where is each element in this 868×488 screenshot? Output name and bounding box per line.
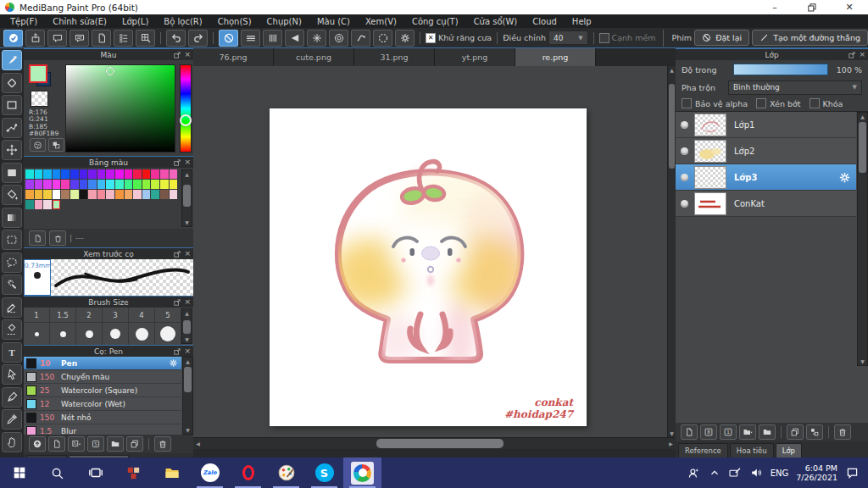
palette-swatch[interactable] bbox=[115, 169, 124, 179]
snap-vanish-button[interactable] bbox=[285, 30, 304, 47]
speaker-icon[interactable] bbox=[749, 466, 763, 480]
restore-button[interactable] bbox=[793, 0, 831, 14]
document-tab-31-png[interactable]: 31.png bbox=[354, 48, 435, 66]
brush-item-pen[interactable]: 10Pen bbox=[24, 357, 181, 370]
hue-marker[interactable] bbox=[180, 114, 192, 126]
palette-swatch[interactable] bbox=[80, 180, 88, 189]
canvas[interactable]: conkat #hoidap247 bbox=[270, 108, 587, 426]
layer-folder-add-button[interactable] bbox=[739, 424, 756, 440]
close-icon[interactable]: × bbox=[184, 298, 191, 306]
language-indicator[interactable]: ENG bbox=[771, 469, 789, 478]
scroll-thumb[interactable] bbox=[669, 84, 675, 169]
palette-swatch[interactable] bbox=[97, 190, 106, 199]
antialias-checkbox[interactable]: ✕ bbox=[426, 33, 436, 43]
saturation-value-picker[interactable] bbox=[65, 64, 175, 152]
brush-size-label[interactable]: 1 bbox=[24, 308, 50, 323]
scroll-thumb[interactable] bbox=[859, 122, 866, 173]
brush-trash-button[interactable] bbox=[154, 436, 171, 452]
palette-swatch[interactable] bbox=[97, 169, 106, 179]
brush-item-chuy-n-m-u[interactable]: 150Chuyển màu bbox=[24, 370, 181, 384]
layer-new-doc-button[interactable] bbox=[681, 424, 698, 440]
scroll-down-icon[interactable]: ▼ bbox=[183, 426, 192, 434]
brush-size-label[interactable]: 1.5 bbox=[50, 308, 76, 323]
brush-size-option[interactable] bbox=[129, 323, 155, 345]
straight-line-button[interactable]: Tạo một đường thẳng bbox=[752, 30, 868, 46]
palette-swatch[interactable] bbox=[53, 200, 61, 209]
palette-swatch[interactable] bbox=[43, 200, 52, 209]
brush-size-option[interactable] bbox=[155, 323, 181, 345]
menu-c-a-s-w[interactable]: Cửa sổ(W) bbox=[466, 17, 526, 26]
scroll-up-icon[interactable]: ▲ bbox=[183, 358, 192, 365]
tab-l-p[interactable]: Lớp bbox=[776, 443, 802, 458]
tab-hoa-ti-u[interactable]: Hoa tiêu bbox=[730, 443, 774, 458]
popout-icon[interactable] bbox=[174, 251, 181, 258]
palette-swatch[interactable] bbox=[88, 190, 97, 199]
brush-script-button[interactable]: S bbox=[87, 436, 104, 452]
brush-tool[interactable] bbox=[2, 50, 22, 70]
palette-swatch[interactable] bbox=[35, 190, 43, 199]
palette-swatch[interactable] bbox=[35, 180, 43, 189]
layer-row-conkat[interactable]: ConKat bbox=[676, 191, 856, 217]
new-swatch-button[interactable] bbox=[29, 230, 46, 246]
canvas-viewport[interactable]: conkat #hoidap247 ▲ ▼ bbox=[193, 66, 676, 437]
palette-swatch[interactable] bbox=[61, 169, 70, 179]
scroll-right-icon[interactable]: ▶ bbox=[666, 441, 676, 446]
taskbar-paint-app-icon[interactable] bbox=[267, 458, 305, 488]
palette-swatch[interactable] bbox=[70, 190, 79, 199]
palette-swatch[interactable] bbox=[53, 169, 61, 179]
operation-tool[interactable] bbox=[2, 364, 22, 385]
palette-swatch[interactable] bbox=[35, 200, 43, 209]
bucket-tool[interactable] bbox=[2, 185, 22, 205]
snap-grid-button[interactable] bbox=[263, 30, 282, 47]
protect-alpha-option[interactable]: Bảo vệ alpha bbox=[682, 98, 748, 108]
document-tab-re-png[interactable]: re.png bbox=[515, 48, 596, 66]
brush-size-label[interactable]: 4 bbox=[129, 308, 155, 323]
eyedropper-tool[interactable] bbox=[2, 409, 22, 430]
palette-swatch[interactable] bbox=[97, 180, 106, 189]
palette-swatch[interactable] bbox=[142, 180, 151, 189]
palette-swatch[interactable] bbox=[80, 190, 88, 199]
blend-dropdown[interactable]: Bình thường ▼ bbox=[728, 80, 862, 95]
soft-edge-checkbox[interactable] bbox=[599, 33, 609, 43]
menu-cloud[interactable]: Cloud bbox=[525, 17, 565, 26]
layer-visibility-dot[interactable] bbox=[681, 147, 688, 155]
grid-edit-button[interactable] bbox=[136, 30, 155, 47]
menu-b-l-c-r[interactable]: Bộ lọc(R) bbox=[156, 17, 209, 26]
layer-duplicate-button[interactable] bbox=[787, 424, 804, 440]
list-check-button[interactable] bbox=[114, 30, 133, 47]
sv-marker[interactable] bbox=[106, 67, 114, 75]
cloud-check-button[interactable] bbox=[3, 30, 23, 47]
snap-curve-button[interactable] bbox=[351, 30, 370, 47]
taskbar-opera-icon[interactable] bbox=[229, 458, 267, 488]
taskbar-task-view-icon[interactable] bbox=[76, 458, 114, 488]
scroll-down-icon[interactable]: ▼ bbox=[182, 336, 192, 343]
brush-item-watercolor-wet[interactable]: 12Watercolor (Wet) bbox=[24, 397, 181, 411]
brush-size-option[interactable] bbox=[50, 323, 76, 345]
tab-reference[interactable]: Reference bbox=[678, 443, 728, 458]
brush-upload-button[interactable] bbox=[29, 436, 46, 452]
menu-ch-nh-s-a-e[interactable]: Chỉnh sửa(E) bbox=[45, 17, 114, 26]
control-point-tool[interactable] bbox=[2, 118, 22, 138]
palette-swatch[interactable] bbox=[88, 180, 97, 189]
adjust-dropdown[interactable]: 40 ▼ bbox=[548, 30, 588, 45]
foreground-color-swatch[interactable] bbox=[29, 64, 47, 83]
palette-swatch[interactable] bbox=[170, 190, 178, 199]
menu-l-p-l[interactable]: Lớp(L) bbox=[114, 17, 156, 26]
close-icon[interactable]: × bbox=[184, 250, 191, 258]
brush-size-option[interactable] bbox=[24, 323, 50, 345]
scroll-thumb[interactable] bbox=[183, 185, 191, 207]
brush-folder-button[interactable] bbox=[107, 436, 124, 452]
lock-option[interactable]: Khóa bbox=[810, 98, 843, 108]
palette-swatch[interactable] bbox=[25, 190, 34, 199]
brush-new-doc-button[interactable] bbox=[48, 436, 65, 452]
scroll-thumb[interactable] bbox=[184, 367, 192, 392]
snap-ellipse-button[interactable] bbox=[373, 30, 392, 47]
palette-swatch[interactable] bbox=[133, 169, 142, 179]
palette-swatch[interactable] bbox=[160, 190, 169, 199]
palette-icon-button[interactable] bbox=[30, 138, 46, 152]
palette-swatch[interactable] bbox=[25, 169, 34, 179]
taskbar-search-icon[interactable] bbox=[38, 458, 76, 488]
layer-settings-gear-icon[interactable] bbox=[838, 171, 851, 184]
palette-swatch[interactable] bbox=[133, 190, 142, 199]
text-tool[interactable]: T bbox=[2, 342, 22, 363]
